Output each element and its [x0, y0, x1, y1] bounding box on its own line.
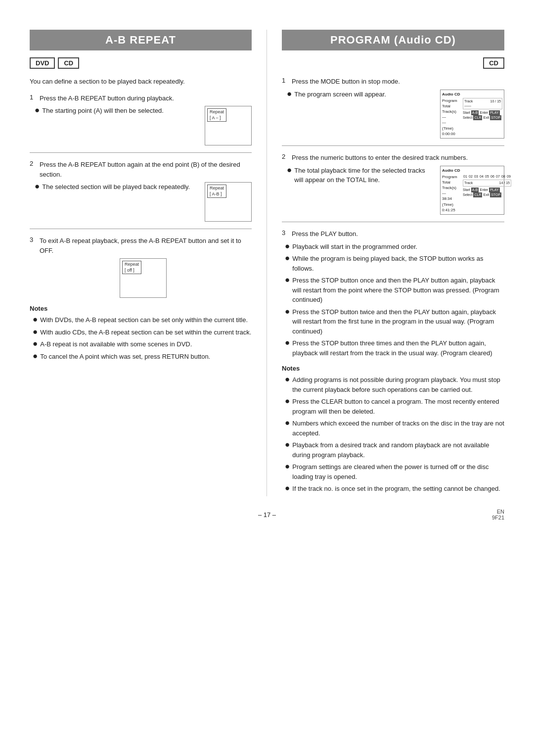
cd-badge: CD [58, 57, 79, 69]
bullet-total: ● The total playback time for the select… [287, 166, 435, 185]
step-3-text: To exit A-B repeat playback, press the A… [40, 236, 252, 255]
note-right-5: ● Program settings are cleared when the … [285, 462, 504, 481]
note-right-3: ● Numbers which exceed the number of tra… [285, 419, 504, 438]
divider-2 [30, 229, 252, 229]
ab-repeat-header: A-B REPEAT [30, 30, 252, 50]
step-2-text: Press the A-B REPEAT button again at the… [40, 160, 252, 179]
note-left-1: ● With DVDs, the A-B repeat section can … [33, 315, 252, 325]
right-step-2-block: 2 Press the numeric buttons to enter the… [282, 153, 504, 215]
right-step-3-num: 3 [282, 229, 290, 236]
screen-box-ab: Repeat[ A-B ] [205, 182, 252, 222]
bullet-right-3-4: ● Press the STOP button twice and then t… [285, 307, 504, 336]
right-column: PROGRAM (Audio CD) CD 1 Press the MODE b… [267, 30, 504, 496]
page: A-B REPEAT DVD CD You can define a secti… [0, 0, 534, 756]
right-step-3-text: Press the PLAY button. [292, 229, 358, 239]
screen-box-off: Repeat[ off ] [120, 258, 167, 298]
note-right-1: ● Adding programs is not possible during… [285, 375, 504, 394]
bullet-right-3-1: ● Playback will start in the programmed … [285, 242, 504, 252]
cd-badge-right: CD [483, 57, 504, 69]
dvd-badge: DVD [30, 57, 55, 69]
bullet-right-3-2: ● While the program is being played back… [285, 254, 504, 273]
bullet-1a: ● The starting point (A) will then be se… [35, 106, 200, 116]
bullet-program-screen: ● The program screen will appear. [287, 90, 435, 99]
repeat-label-off: Repeat[ off ] [120, 259, 166, 276]
notes-heading-left: Notes [30, 305, 252, 312]
step-1-block: 1 Press the A-B REPEAT button during pla… [30, 94, 252, 146]
note-right-6: ● If the track no. is once set in the pr… [285, 484, 504, 494]
right-step-1-num: 1 [282, 77, 290, 84]
program-screen-1: Audio CD Program Total Track(s) — — (Tim… [440, 90, 504, 139]
step-3-block: 3 To exit A-B repeat playback, press the… [30, 236, 252, 298]
step-2-num: 2 [30, 160, 38, 167]
right-step-2-num: 2 [282, 153, 290, 160]
footer-code: EN 9F21 [492, 509, 504, 520]
program-screen-2: Audio CD Program Total Track(s) — 38:34 … [440, 166, 504, 215]
divider-1 [30, 152, 252, 153]
divider-right-1 [282, 145, 504, 146]
step-1-num: 1 [30, 94, 38, 101]
right-step-3-block: 3 Press the PLAY button. ● Playback will… [282, 229, 504, 358]
divider-right-2 [282, 222, 504, 222]
right-step-1-block: 1 Press the MODE button in stop mode. ● … [282, 77, 504, 139]
footer: – 17 – EN 9F21 [30, 511, 504, 519]
note-right-2: ● Press the CLEAR button to cancel a pro… [285, 397, 504, 416]
bullet-right-3-5: ● Press the STOP button three times and … [285, 338, 504, 358]
left-column: A-B REPEAT DVD CD You can define a secti… [30, 30, 267, 496]
two-column-layout: A-B REPEAT DVD CD You can define a secti… [30, 30, 504, 496]
repeat-label-a: Repeat[ A – ] [205, 106, 251, 124]
step-2-block: 2 Press the A-B REPEAT button again at t… [30, 160, 252, 222]
right-step-2-text: Press the numeric buttons to enter the d… [292, 153, 468, 163]
badge-row-left: DVD CD [30, 57, 252, 69]
repeat-label-ab: Repeat[ A-B ] [205, 183, 251, 200]
step-3-num: 3 [30, 236, 38, 243]
note-left-4: ● To cancel the A point which was set, p… [33, 352, 252, 362]
note-left-2: ● With audio CDs, the A-B repeat section… [33, 328, 252, 337]
page-number: – 17 – [258, 511, 276, 519]
step-1-text: Press the A-B REPEAT button during playb… [40, 94, 174, 103]
bullet-2a: ● The selected section will be played ba… [35, 182, 200, 192]
right-step-1-text: Press the MODE button in stop mode. [292, 77, 400, 87]
intro-text: You can define a section to be played ba… [30, 77, 252, 87]
program-header: PROGRAM (Audio CD) [282, 30, 504, 50]
bullet-right-3-3: ● Press the STOP button once and then th… [285, 276, 504, 305]
note-left-3: ● A-B repeat is not available with some … [33, 339, 252, 349]
screen-box-a: Repeat[ A – ] [205, 106, 252, 145]
notes-heading-right: Notes [282, 365, 504, 372]
badge-row-right: CD [282, 57, 504, 69]
note-right-4: ● Playback from a desired track and rand… [285, 440, 504, 460]
